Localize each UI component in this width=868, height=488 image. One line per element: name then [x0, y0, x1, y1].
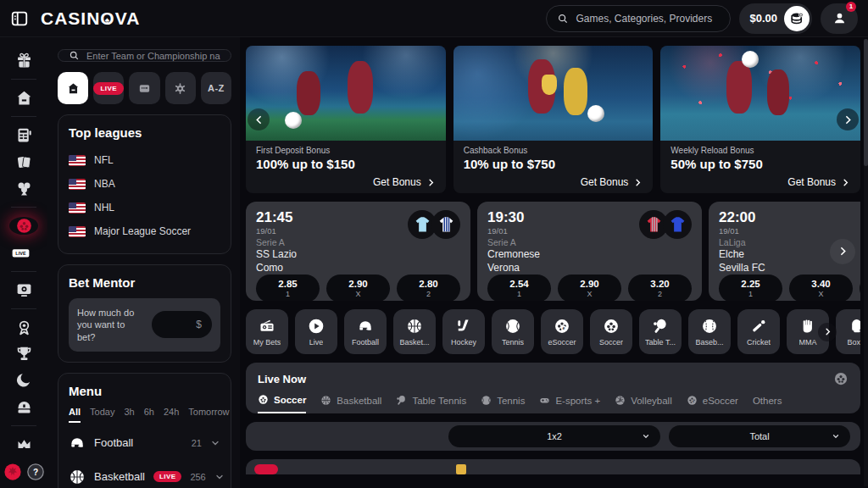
chip-my-bets[interactable]: My Bets — [246, 309, 288, 354]
chevron-down-icon[interactable] — [214, 472, 225, 482]
team-search[interactable] — [58, 49, 231, 62]
chips-next-button[interactable] — [818, 323, 837, 341]
chip-tennis[interactable]: Tennis — [492, 309, 534, 354]
marketplace-icon — [15, 398, 33, 416]
rail-item-tournaments[interactable] — [9, 345, 38, 363]
rail-item-casino[interactable] — [9, 180, 38, 197]
tab-live[interactable]: LIVE — [93, 72, 124, 104]
bet-mentor-title: Bet Mentor — [69, 275, 220, 290]
menu-filters: AllToday3h6h24hTomorrow — [69, 407, 220, 423]
rail-item-home[interactable] — [9, 89, 38, 107]
get-bonus-button[interactable]: Get Bonus — [670, 176, 850, 188]
live-tab-soccer[interactable]: Soccer — [258, 394, 306, 413]
scrollbar[interactable] — [864, 39, 868, 486]
esoccer-icon: e — [554, 318, 570, 335]
home-icon — [66, 81, 81, 96]
chip-box[interactable]: Box... — [836, 309, 860, 354]
chip-baseb[interactable]: Baseb... — [688, 309, 731, 354]
support-chat-button[interactable] — [3, 463, 22, 481]
filter-today[interactable]: Today — [90, 407, 114, 423]
odd-button-1[interactable]: 2.251 — [719, 274, 782, 301]
market-dropdown-1x2[interactable]: 1x2 — [448, 425, 660, 447]
rail-item-sport[interactable] — [9, 217, 38, 235]
banner-title: Weekly Reload Bonus — [670, 146, 850, 155]
rail-item-table-games[interactable] — [9, 152, 38, 170]
match-card-lazio-como[interactable]: 21:45 19/01 Serie A SS Lazio Como 2.851 … — [246, 202, 470, 301]
banner-next-button[interactable] — [837, 108, 859, 130]
league-item-nfl[interactable]: NFL — [69, 148, 220, 172]
rail-item-specials[interactable] — [9, 371, 38, 389]
matches-next-button[interactable] — [830, 239, 855, 264]
deposit-coins-icon[interactable] — [784, 6, 810, 31]
wallet-button[interactable]: $0.00 — [739, 3, 812, 34]
live-tab-others[interactable]: Others — [753, 394, 782, 413]
helmet-icon — [357, 318, 374, 335]
chip-cricket[interactable]: Cricket — [737, 309, 780, 354]
live-tab-basketball[interactable]: Basketball — [320, 394, 381, 413]
chip-table-t[interactable]: Table T... — [639, 309, 682, 354]
global-search[interactable] — [546, 5, 731, 32]
odd-button-1[interactable]: 2.851 — [256, 274, 320, 301]
filter-6h[interactable]: 6h — [144, 407, 154, 423]
us-flag-icon — [69, 226, 86, 237]
live-tab-table-tennis[interactable]: Table Tennis — [396, 394, 466, 413]
menu-sport-football[interactable]: Football21 — [69, 426, 220, 460]
odd-button-1[interactable]: 2.541 — [487, 274, 551, 301]
global-search-input[interactable] — [576, 13, 720, 25]
filter-24h[interactable]: 24h — [164, 407, 179, 423]
league-name: Major League Soccer — [94, 225, 191, 237]
chip-live[interactable]: Live — [295, 309, 337, 354]
rail-item-slots[interactable] — [9, 126, 38, 144]
live-tab-volleyball[interactable]: Volleyball — [615, 394, 672, 413]
banner-weekly-reload[interactable]: Weekly Reload Bonus 50% up to $750 Get B… — [660, 46, 860, 193]
chevron-down-icon[interactable] — [210, 438, 220, 448]
filter-3h[interactable]: 3h — [124, 407, 134, 423]
rail-item-live-betting[interactable]: LIVE — [9, 243, 38, 261]
get-bonus-button[interactable]: Get Bonus — [464, 176, 643, 188]
rail-item-virtual-sports[interactable] — [9, 280, 38, 298]
live-tab-e-sports[interactable]: E-sports + — [539, 394, 600, 413]
banner-first-deposit[interactable]: First Deposit Bonus 100% up to $150 Get … — [246, 46, 446, 193]
team-search-input[interactable] — [86, 51, 220, 61]
league-item-nba[interactable]: NBA — [69, 172, 220, 196]
odd-button-2[interactable]: 2.802 — [397, 274, 460, 301]
odd-button-x[interactable]: 2.90X — [558, 274, 621, 301]
tab-settings[interactable] — [165, 72, 196, 104]
rail-item-promotions[interactable] — [9, 52, 38, 69]
tab-home[interactable] — [58, 72, 88, 104]
banner-prev-button[interactable] — [248, 108, 270, 130]
casinova-logo[interactable]: CASINO♠VA — [41, 8, 140, 29]
chip-soccer[interactable]: Soccer — [590, 309, 632, 354]
filter-tomorrow[interactable]: Tomorrow — [188, 407, 229, 423]
live-tab-tennis[interactable]: Tennis — [481, 394, 525, 413]
rail-item-marketplace[interactable] — [9, 398, 38, 416]
sidebar-collapse-icon[interactable] — [10, 9, 29, 28]
chip-football[interactable]: Football — [344, 309, 387, 354]
odd-button-x[interactable]: 3.40X — [789, 274, 853, 301]
rail-item-vip[interactable] — [9, 435, 38, 453]
chip-esoccer[interactable]: eeSoccer — [541, 309, 583, 354]
odd-button-partial[interactable] — [860, 274, 860, 301]
match-card-cremonese-verona[interactable]: 19:30 19/01 Serie A Cremonese Verona 2.5… — [477, 202, 702, 301]
league-item-nhl[interactable]: NHL — [69, 196, 220, 219]
league-item-major-league-soccer[interactable]: Major League Soccer — [69, 219, 220, 243]
chip-hockey[interactable]: Hockey — [442, 309, 485, 354]
bet-amount-input[interactable]: $ — [152, 311, 212, 338]
chip-basket[interactable]: Basket... — [393, 309, 436, 354]
tab-betslip[interactable] — [129, 72, 159, 104]
menu-sport-basketball[interactable]: BasketballLIVE256 — [69, 460, 220, 488]
tennis-icon — [481, 395, 492, 406]
odd-button-2[interactable]: 3.202 — [628, 274, 692, 301]
help-button[interactable]: ? — [26, 463, 45, 481]
profile-button[interactable]: 1 — [821, 3, 858, 34]
odd-button-x[interactable]: 2.90X — [326, 274, 390, 301]
help-icon: ? — [26, 463, 45, 481]
tab-az[interactable]: A-Z — [201, 72, 231, 104]
live-tab-esoccer[interactable]: eeSoccer — [687, 394, 738, 413]
banner-cashback[interactable]: Cashback Bonus 10% up to $750 Get Bonus — [453, 46, 654, 193]
rail-item-awards[interactable] — [9, 318, 38, 336]
get-bonus-button[interactable]: Get Bonus — [256, 176, 436, 188]
filter-all[interactable]: All — [69, 407, 81, 423]
league-name: NFL — [94, 154, 114, 166]
market-dropdown-total[interactable]: Total — [669, 425, 850, 447]
